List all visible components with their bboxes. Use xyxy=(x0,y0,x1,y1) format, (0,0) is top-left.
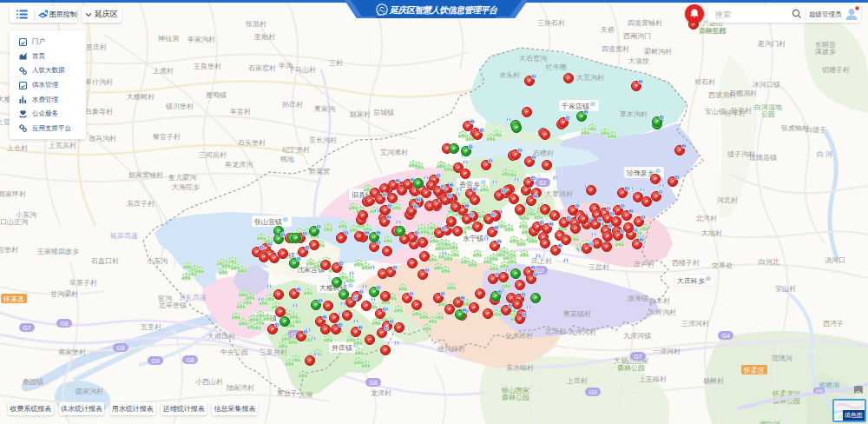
svg-text:陆家湾村: 陆家湾村 xyxy=(227,384,254,392)
svg-text:雁鸣镇: 雁鸣镇 xyxy=(206,91,227,99)
svg-text:小东沟: 小东沟 xyxy=(147,257,168,265)
svg-text:王良堡村: 王良堡村 xyxy=(193,63,221,70)
svg-text:白木村: 白木村 xyxy=(649,297,670,305)
svg-text:森林公园: 森林公园 xyxy=(502,394,529,401)
svg-text:上王峪村: 上王峪村 xyxy=(638,375,667,383)
svg-text:上仓村: 上仓村 xyxy=(6,144,28,152)
svg-text:汤河口: 汤河口 xyxy=(825,256,845,264)
svg-text:九潭河镇: 九潭河镇 xyxy=(623,332,651,340)
svg-text:河北村: 河北村 xyxy=(717,196,738,204)
svg-text:神仙洞: 神仙洞 xyxy=(157,35,179,43)
svg-text:北湾村: 北湾村 xyxy=(695,215,717,222)
svg-text:大蒲坟: 大蒲坟 xyxy=(628,57,649,65)
svg-text:水头村: 水头村 xyxy=(499,71,520,79)
svg-text:井庄镇: 井庄镇 xyxy=(332,344,352,352)
svg-text:京礼高速: 京礼高速 xyxy=(179,294,207,301)
svg-text:庄户村: 庄户村 xyxy=(634,261,654,268)
svg-text:三间房村: 三间房村 xyxy=(199,151,227,159)
svg-text:白河北: 白河北 xyxy=(759,258,779,266)
svg-text:上虎村: 上虎村 xyxy=(152,67,174,75)
svg-text:四道窝铺村: 四道窝铺村 xyxy=(628,19,662,27)
svg-text:李家沟村: 李家沟村 xyxy=(187,36,215,43)
svg-text:白缝子: 白缝子 xyxy=(806,126,826,134)
svg-text:激海镇: 激海镇 xyxy=(628,295,648,302)
svg-text:黄家沟: 黄家沟 xyxy=(314,105,335,113)
svg-text:特年村: 特年村 xyxy=(730,107,752,115)
svg-text:黄台子: 黄台子 xyxy=(277,389,298,397)
svg-text:三潭河村: 三潭河村 xyxy=(681,320,709,328)
svg-text:五里村: 五里村 xyxy=(141,323,161,331)
svg-text:248: 248 xyxy=(815,388,823,394)
svg-text:宝山村: 宝山村 xyxy=(775,285,796,293)
svg-text:龙潭村: 龙潭村 xyxy=(371,389,391,397)
svg-text:G0: G0 xyxy=(589,389,596,395)
svg-text:北辛堡镇: 北辛堡镇 xyxy=(158,301,187,309)
svg-text:鸭地: 鸭地 xyxy=(280,156,294,163)
svg-text:大榆树村: 大榆树村 xyxy=(127,93,155,101)
svg-text:梁树沟村: 梁树沟村 xyxy=(644,47,672,56)
svg-text:三岔村: 三岔村 xyxy=(589,263,609,271)
svg-text:森林公园: 森林公园 xyxy=(699,27,727,35)
svg-text:杨树村: 杨树村 xyxy=(703,377,724,385)
svg-text:交界处: 交界处 xyxy=(712,262,733,269)
svg-text:大石窑沟: 大石窑沟 xyxy=(519,55,547,63)
svg-text:九潭河村: 九潭河村 xyxy=(569,328,596,336)
svg-text:黑龙潭沟: 黑龙潭沟 xyxy=(225,161,253,169)
svg-text:大海陀乡: 大海陀乡 xyxy=(172,183,200,191)
svg-text:永宁镇: 永宁镇 xyxy=(463,235,483,242)
svg-text:西湾子: 西湾子 xyxy=(823,320,844,328)
svg-text:G6: G6 xyxy=(60,321,68,327)
svg-text:S2: S2 xyxy=(539,180,547,186)
svg-text:上瓦房村: 上瓦房村 xyxy=(48,142,76,149)
svg-text:艾河滩村: 艾河滩村 xyxy=(380,149,408,156)
svg-text:桑园镇: 桑园镇 xyxy=(23,378,43,386)
svg-text:羊官村: 羊官村 xyxy=(229,108,251,116)
svg-text:大湖: 大湖 xyxy=(299,391,312,399)
svg-text:怀来县: 怀来县 xyxy=(3,295,24,303)
svg-text:香营乡: 香营乡 xyxy=(459,181,480,189)
svg-text:里炮村: 里炮村 xyxy=(254,33,275,41)
svg-text:G8: G8 xyxy=(369,380,377,386)
svg-text:琉璃河: 琉璃河 xyxy=(772,354,792,362)
svg-text:东庄子村: 东庄子村 xyxy=(127,200,155,208)
svg-text:宝山镇: 宝山镇 xyxy=(705,108,726,116)
svg-text:西楼子村: 西楼子村 xyxy=(672,259,700,267)
svg-text:白 河: 白 河 xyxy=(817,150,832,158)
svg-text:张浩村: 张浩村 xyxy=(246,20,266,28)
svg-text:孙庄村: 孙庄村 xyxy=(281,101,303,109)
svg-text:对石村: 对石村 xyxy=(694,78,715,86)
svg-text:后城镇: 后城镇 xyxy=(373,109,394,116)
svg-text:珍珠泉乡: 珍珠泉乡 xyxy=(627,169,654,177)
svg-text:常寨子村: 常寨子村 xyxy=(69,279,97,287)
svg-text:延崇高速: 延崇高速 xyxy=(109,232,138,240)
svg-text:白象寺村: 白象寺村 xyxy=(85,108,113,116)
svg-text:改马沟村: 改马沟村 xyxy=(89,135,116,142)
svg-text:甘沟梁村: 甘沟梁村 xyxy=(50,289,78,298)
svg-text:大地村: 大地村 xyxy=(701,229,722,237)
svg-text:黄花镇村: 黄花镇村 xyxy=(563,310,591,318)
svg-text:草木沟村: 草木沟村 xyxy=(620,110,648,118)
svg-text:三村: 三村 xyxy=(329,59,343,67)
svg-text:天桥: 天桥 xyxy=(601,26,615,34)
svg-text:李什沟村: 李什沟村 xyxy=(84,78,113,86)
svg-text:景长沟村: 景长沟村 xyxy=(309,136,337,144)
svg-text:G7: G7 xyxy=(634,354,641,360)
svg-text:G9: G9 xyxy=(151,358,159,364)
svg-text:分水岭村: 分水岭村 xyxy=(505,332,533,340)
svg-text:大草河村: 大草河村 xyxy=(545,190,573,198)
svg-text:西南沟门: 西南沟门 xyxy=(623,32,651,40)
svg-text:一潭河村: 一潭河村 xyxy=(653,348,681,355)
svg-text:徐日峪村: 徐日峪村 xyxy=(437,345,465,353)
svg-text:阎家坪村: 阎家坪村 xyxy=(0,190,26,198)
svg-text:圆家沟村: 圆家沟村 xyxy=(76,388,103,395)
svg-text:牤牛圈: 牤牛圈 xyxy=(546,63,567,71)
svg-text:野菜窝: 野菜窝 xyxy=(309,168,330,176)
svg-text:老沟门村: 老沟门村 xyxy=(757,40,786,48)
svg-text:石盘口村: 石盘口村 xyxy=(91,257,119,265)
svg-text:G8: G8 xyxy=(116,345,124,351)
svg-text:大景沟村: 大景沟村 xyxy=(576,74,604,82)
svg-text:冰河口镇: 冰河口镇 xyxy=(753,81,780,89)
svg-text:怀柔区: 怀柔区 xyxy=(743,366,765,374)
svg-text:北庄村: 北庄村 xyxy=(544,328,566,335)
svg-text:镇川堡村: 镇川堡村 xyxy=(165,103,194,110)
